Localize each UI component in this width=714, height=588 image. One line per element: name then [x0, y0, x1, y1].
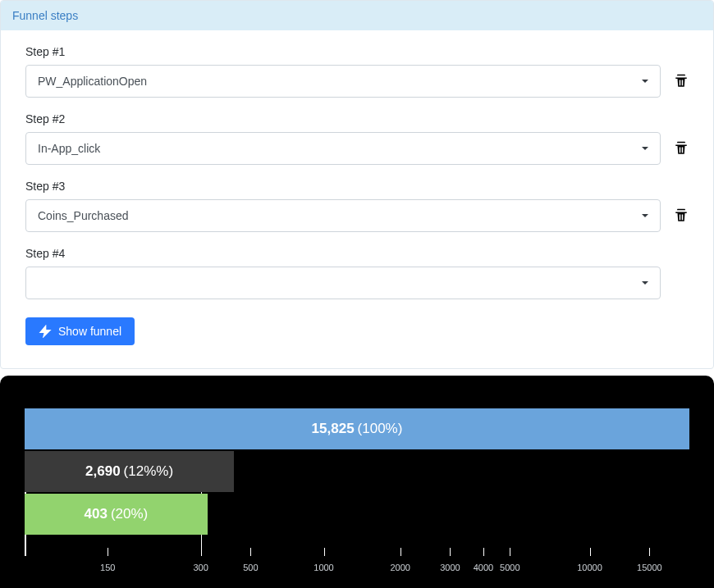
tick-label-150: 150	[100, 563, 115, 572]
tick-label-10000: 10000	[577, 563, 602, 572]
tick-3000	[450, 548, 451, 556]
funnel-bar-1-pct: (100%)	[358, 421, 403, 437]
funnel-bar-1: 15,825 (100%)	[25, 408, 689, 449]
step-4: Step #4	[25, 247, 689, 299]
funnel-bar-1-value: 15,825	[312, 421, 355, 437]
lightning-icon	[39, 325, 52, 338]
step-1-value: PW_ApplicationOpen	[38, 75, 147, 88]
tick-label-300: 300	[193, 563, 208, 572]
step-4-label: Step #4	[25, 247, 689, 260]
chart-area: 15,825 (100%) 2,690 (12%%) 403 (20%)	[25, 408, 689, 556]
chevron-down-icon	[642, 281, 648, 285]
chevron-down-icon	[642, 80, 648, 83]
tick-2000	[400, 548, 401, 556]
tick-10000	[590, 548, 591, 556]
step-1-label: Step #1	[25, 45, 689, 58]
chart-bars: 15,825 (100%) 2,690 (12%%) 403 (20%)	[25, 408, 689, 536]
step-2: Step #2 In-App_click	[25, 112, 689, 165]
show-funnel-button[interactable]: Show funnel	[25, 317, 135, 345]
tick-4000	[483, 548, 484, 556]
step-4-select[interactable]	[25, 267, 661, 299]
step-3: Step #3 Coins_Purchased	[25, 180, 689, 232]
step-3-label: Step #3	[25, 180, 689, 193]
tick-label-5000: 5000	[500, 563, 519, 572]
funnel-steps-panel: Funnel steps Step #1 PW_ApplicationOpen …	[0, 0, 714, 369]
step-2-label: Step #2	[25, 112, 689, 125]
tick-label-2000: 2000	[390, 563, 410, 572]
tick-150	[108, 548, 108, 556]
tick-label-15000: 15000	[637, 563, 662, 572]
funnel-bar-2-pct: (12%%)	[124, 463, 173, 480]
chevron-down-icon	[642, 147, 648, 150]
tick-label-1000: 1000	[314, 563, 333, 572]
panel-title: Funnel steps	[1, 1, 713, 30]
trash-icon[interactable]	[674, 140, 689, 157]
step-3-value: Coins_Purchased	[38, 209, 129, 222]
tick-15000	[649, 548, 650, 556]
tick-500	[250, 548, 251, 556]
svg-marker-0	[40, 326, 50, 336]
chart-tick-labels: 150 300 500 1000 2000 3000 4000 5000 100…	[25, 563, 689, 577]
step-2-value: In-App_click	[38, 142, 100, 155]
step-1-select[interactable]: PW_ApplicationOpen	[25, 65, 661, 98]
show-funnel-label: Show funnel	[58, 325, 121, 338]
funnel-bar-2: 2,690 (12%%)	[25, 451, 234, 492]
tick-label-500: 500	[243, 563, 258, 572]
tick-5000	[510, 548, 510, 556]
funnel-bar-3-pct: (20%)	[111, 506, 148, 522]
tick-label-3000: 3000	[440, 563, 460, 572]
funnel-chart: 15,825 (100%) 2,690 (12%%) 403 (20%) 150…	[0, 376, 714, 588]
trash-icon[interactable]	[674, 73, 689, 89]
step-2-select[interactable]: In-App_click	[25, 132, 661, 165]
tick-1000	[324, 548, 325, 556]
chevron-down-icon	[642, 214, 648, 217]
trash-icon[interactable]	[674, 207, 689, 224]
step-1: Step #1 PW_ApplicationOpen	[25, 45, 689, 98]
tick-label-4000: 4000	[474, 563, 493, 572]
step-3-select[interactable]: Coins_Purchased	[25, 199, 661, 232]
funnel-bar-3: 403 (20%)	[25, 494, 208, 535]
funnel-bar-2-value: 2,690	[85, 463, 121, 480]
panel-body: Step #1 PW_ApplicationOpen Step #2 In-Ap…	[1, 45, 713, 368]
funnel-bar-3-value: 403	[85, 506, 108, 522]
